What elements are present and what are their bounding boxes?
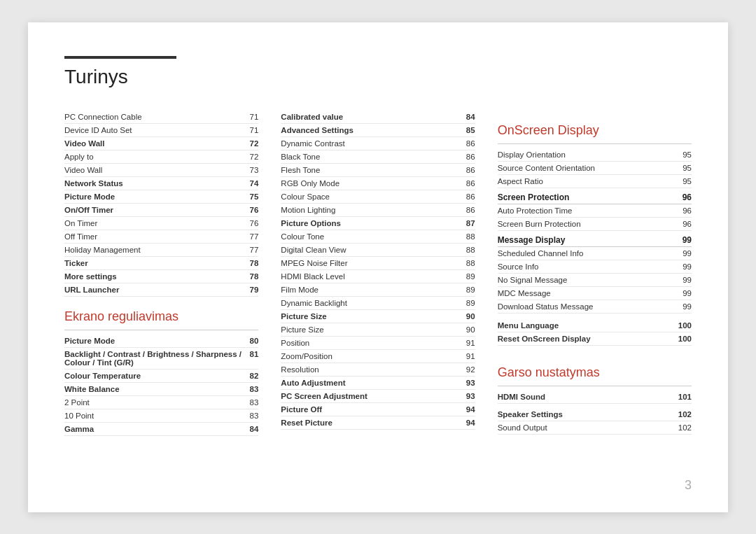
item-label: Picture Options bbox=[281, 219, 341, 227]
item-number: 94 bbox=[458, 419, 475, 427]
item-label: Auto Protection Time bbox=[498, 206, 573, 215]
item-label: Resolution bbox=[281, 365, 318, 374]
list-item: Sound Output102 bbox=[498, 421, 692, 435]
list-item: Motion Lighting86 bbox=[281, 204, 475, 217]
col1: PC Connection Cable71Device ID Auto Set7… bbox=[64, 111, 281, 436]
item-number: 89 bbox=[458, 286, 475, 294]
item-label: Picture Size bbox=[281, 312, 326, 321]
item-label: Gamma bbox=[64, 425, 94, 433]
list-item: Apply to72 bbox=[64, 150, 258, 164]
item-label: More settings bbox=[64, 272, 117, 281]
list-item: RGB Only Mode86 bbox=[281, 177, 475, 190]
item-label: On Timer bbox=[64, 219, 97, 227]
list-item: Off Timer77 bbox=[64, 230, 258, 244]
item-label: Black Tone bbox=[281, 153, 320, 161]
item-number: 71 bbox=[241, 113, 258, 121]
item-number: 96 bbox=[675, 206, 692, 215]
list-item: Calibrated value84 bbox=[281, 111, 475, 124]
section-header-number: 99 bbox=[682, 235, 692, 245]
item-number: 99 bbox=[675, 249, 692, 258]
list-item: HDMI Black Level89 bbox=[281, 270, 475, 283]
item-label: Scheduled Channel Info bbox=[498, 249, 584, 258]
item-label: No Signal Message bbox=[498, 276, 568, 284]
col2: Calibrated value84 Advanced Settings85Dy… bbox=[281, 111, 497, 436]
list-item: Digital Clean View88 bbox=[281, 244, 475, 257]
item-label: Colour Temperature bbox=[64, 372, 141, 380]
list-item: Reset Picture94 bbox=[281, 416, 475, 430]
item-label: PC Screen Adjustment bbox=[281, 392, 368, 400]
item-number: 75 bbox=[241, 192, 258, 201]
item-number: 78 bbox=[241, 259, 258, 267]
item-number: 84 bbox=[458, 113, 475, 121]
list-item: MDC Message99 bbox=[498, 287, 692, 300]
list-item: Dynamic Backlight89 bbox=[281, 297, 475, 310]
item-number: 90 bbox=[458, 312, 475, 321]
list-item: Video Wall73 bbox=[64, 164, 258, 177]
item-number: 86 bbox=[458, 206, 475, 214]
col3-divider bbox=[498, 143, 692, 144]
section-header-number: 96 bbox=[682, 192, 692, 202]
item-label: Picture Mode bbox=[64, 192, 115, 201]
list-item: Colour Temperature82 bbox=[64, 370, 258, 383]
item-label: Video Wall bbox=[64, 139, 105, 148]
page: Turinys PC Connection Cable71Device ID A… bbox=[28, 22, 728, 512]
col3-content: Display Orientation95Source Content Orie… bbox=[498, 148, 692, 346]
list-item: Dynamic Contrast86 bbox=[281, 137, 475, 150]
col3-section-title: OnScreen Display bbox=[498, 123, 692, 138]
item-number: 92 bbox=[458, 365, 475, 374]
item-label: Aspect Ratio bbox=[498, 177, 543, 185]
list-item: Picture Size90 bbox=[281, 310, 475, 323]
item-label: Zoom/Position bbox=[281, 352, 332, 360]
list-item: Network Status74 bbox=[64, 177, 258, 190]
page-title: Turinys bbox=[64, 66, 692, 88]
list-item: White Balance83 bbox=[64, 383, 258, 396]
list-item: On/Off Timer76 bbox=[64, 204, 258, 217]
list-item: 10 Point83 bbox=[64, 409, 258, 423]
item-number: 99 bbox=[675, 262, 692, 271]
list-item: Colour Tone88 bbox=[281, 230, 475, 244]
col3-content2: HDMI Sound101Speaker Settings102Sound Ou… bbox=[498, 391, 692, 435]
list-item: Download Status Message99 bbox=[498, 300, 692, 314]
item-number: 91 bbox=[458, 339, 475, 347]
section-header-label: Screen Protection bbox=[498, 192, 570, 202]
page-number: 3 bbox=[685, 478, 692, 493]
list-item: URL Launcher79 bbox=[64, 283, 258, 297]
item-label: Backlight / Contrast / Brightness / Shar… bbox=[64, 350, 241, 367]
toc-columns: PC Connection Cable71Device ID Auto Set7… bbox=[64, 111, 692, 436]
item-label: Video Wall bbox=[64, 166, 102, 174]
item-number: 88 bbox=[458, 246, 475, 254]
item-label: Holiday Management bbox=[64, 246, 141, 254]
list-item: Colour Space86 bbox=[281, 190, 475, 204]
item-label: Motion Lighting bbox=[281, 206, 335, 214]
item-label: Colour Tone bbox=[281, 232, 324, 241]
col3: OnScreen Display Display Orientation95So… bbox=[498, 111, 692, 436]
section-header-label: Message Display bbox=[498, 235, 566, 245]
col1-top-list: PC Connection Cable71Device ID Auto Set7… bbox=[64, 111, 258, 297]
list-item: Aspect Ratio95 bbox=[498, 175, 692, 188]
item-number: 88 bbox=[458, 259, 475, 267]
item-number: 83 bbox=[241, 385, 258, 393]
item-number: 101 bbox=[675, 393, 692, 401]
item-number: 99 bbox=[675, 289, 692, 297]
item-number: 72 bbox=[241, 153, 258, 161]
item-number: 74 bbox=[241, 179, 258, 188]
item-number: 71 bbox=[241, 126, 258, 134]
col1-section-title: Ekrano reguliavimas bbox=[64, 309, 258, 324]
item-number: 82 bbox=[241, 372, 258, 380]
item-number: 76 bbox=[241, 219, 258, 227]
item-number: 93 bbox=[458, 392, 475, 400]
item-label: Digital Clean View bbox=[281, 246, 346, 254]
item-label: Display Orientation bbox=[498, 150, 566, 159]
list-item: Screen Burn Protection96 bbox=[498, 218, 692, 231]
item-label: Picture Mode bbox=[64, 337, 115, 345]
list-item: Source Content Orientation95 bbox=[498, 162, 692, 175]
item-number: 87 bbox=[458, 219, 475, 227]
list-item: Advanced Settings85 bbox=[281, 124, 475, 137]
col3-divider2 bbox=[498, 386, 692, 386]
item-number: 86 bbox=[458, 179, 475, 188]
item-number: 85 bbox=[458, 126, 475, 134]
list-item: Flesh Tone86 bbox=[281, 164, 475, 177]
list-item: Scheduled Channel Info99 bbox=[498, 247, 692, 260]
item-label: Flesh Tone bbox=[281, 166, 320, 174]
list-item: Black Tone86 bbox=[281, 150, 475, 164]
